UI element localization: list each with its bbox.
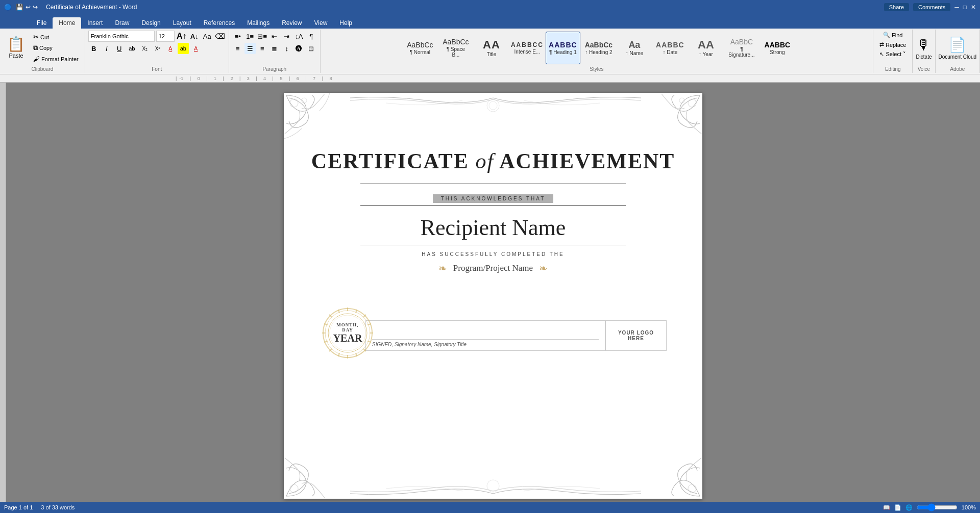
bold-button[interactable]: B <box>88 43 100 54</box>
format-painter-icon: 🖌 <box>33 55 40 63</box>
undo-icon[interactable]: ↩ <box>26 4 31 11</box>
find-button[interactable]: 🔍 Find <box>880 31 905 39</box>
change-case-button[interactable]: Aa <box>202 31 213 42</box>
highlight-button[interactable]: ab <box>178 43 189 54</box>
acrobat-button[interactable]: 📄 <box>948 36 966 53</box>
style-heading2-label: ↑ Heading 2 <box>585 49 612 55</box>
cert-hr-top <box>360 184 626 184</box>
style-signature[interactable]: AaBbC ¶ Signature... <box>724 32 759 64</box>
cert-program-row: ❧ Program/Project Name ❧ <box>438 262 548 274</box>
italic-button[interactable]: I <box>101 43 112 54</box>
style-signature-preview: AaBbC <box>730 38 753 45</box>
clear-format-button[interactable]: ⌫ <box>214 31 226 42</box>
style-year-label: ↑ Year <box>699 52 713 57</box>
paste-icon: 📋 <box>7 37 25 52</box>
tab-layout[interactable]: Layout <box>167 17 198 29</box>
cert-acknowledges-container: THIS ACKNOWLEDGES THAT <box>360 181 626 208</box>
font-name-input[interactable] <box>88 31 155 42</box>
replace-button[interactable]: ⇄ Replace <box>876 40 909 49</box>
view-read-icon[interactable]: 📖 <box>883 504 890 509</box>
view-web-icon[interactable]: 🌐 <box>905 504 913 509</box>
svg-point-7 <box>489 101 497 110</box>
copy-button[interactable]: ⧉ Copy <box>30 43 82 53</box>
vertical-ruler <box>0 83 6 509</box>
cert-program: Program/Project Name <box>453 263 533 273</box>
copy-icon: ⧉ <box>33 44 38 52</box>
zoom-slider[interactable] <box>917 503 958 509</box>
style-space-before[interactable]: AaBbCc ¶ Space B... <box>438 32 473 64</box>
select-button[interactable]: ↖ Select ˅ <box>876 50 909 59</box>
style-heading1[interactable]: AABBC ¶ Heading 1 <box>546 32 580 64</box>
save-icon[interactable]: 💾 <box>16 4 23 11</box>
align-left-button[interactable]: ≡ <box>232 43 243 54</box>
tab-view[interactable]: View <box>308 17 334 29</box>
superscript-button[interactable]: X² <box>152 43 163 54</box>
multilevel-button[interactable]: ⊞≡ <box>257 31 268 42</box>
tab-insert[interactable]: Insert <box>81 17 109 29</box>
style-year[interactable]: AA ↑ Year <box>689 32 723 64</box>
bullets-button[interactable]: ≡• <box>232 31 243 42</box>
tab-mailings[interactable]: Mailings <box>241 17 276 29</box>
share-button[interactable]: Share <box>884 3 909 11</box>
document-title: Certificate of Achievement - Word <box>46 4 137 11</box>
tab-file[interactable]: File <box>31 17 53 29</box>
dictate-button[interactable]: 🎙 <box>917 36 931 53</box>
align-right-button[interactable]: ≡ <box>257 43 268 54</box>
comments-button[interactable]: Comments <box>913 3 950 11</box>
main-area: CERTIFICATE of ACHIEVEMENT THIS ACKNOWLE… <box>0 83 980 509</box>
minimize-icon[interactable]: ─ <box>954 4 959 11</box>
shading-button[interactable]: 🅐 <box>293 43 305 54</box>
style-normal[interactable]: AaBbCc ¶ Normal <box>403 32 437 64</box>
line-spacing-button[interactable]: ↕ <box>281 43 292 54</box>
cut-button[interactable]: ✂ Cut <box>30 32 82 42</box>
view-layout-icon[interactable]: 📄 <box>894 504 901 509</box>
style-heading2[interactable]: AaBbCc ↑ Heading 2 <box>581 32 616 64</box>
redo-icon[interactable]: ↪ <box>33 4 38 11</box>
font-size-input[interactable] <box>156 31 175 42</box>
top-border-decoration <box>284 93 702 123</box>
font-content: A↑ A↓ Aa ⌫ B I U ab̶ X₂ X² A̲ ab A <box>88 31 226 65</box>
close-icon[interactable]: ✕ <box>971 4 976 11</box>
document: CERTIFICATE of ACHIEVEMENT THIS ACKNOWLE… <box>284 93 702 499</box>
clipboard-right: ✂ Cut ⧉ Copy 🖌 Format Painter <box>30 31 82 65</box>
tab-home[interactable]: Home <box>53 17 81 29</box>
align-center-button[interactable]: ☰ <box>244 43 256 54</box>
style-signature-label: ¶ Signature... <box>728 46 755 58</box>
subscript-button[interactable]: X₂ <box>139 43 151 54</box>
decrease-indent-button[interactable]: ⇤ <box>269 31 280 42</box>
justify-button[interactable]: ≣ <box>269 43 280 54</box>
ribbon: 📋 Paste ✂ Cut ⧉ Copy 🖌 Format Painter Cl… <box>0 29 980 74</box>
tab-design[interactable]: Design <box>135 17 166 29</box>
restore-icon[interactable]: □ <box>963 4 967 11</box>
font-color-button[interactable]: A <box>190 43 202 54</box>
font-grow-button[interactable]: A↑ <box>176 31 187 42</box>
tab-help[interactable]: Help <box>333 17 358 29</box>
sort-button[interactable]: ↕A <box>293 31 305 42</box>
style-intense-preview: AABBCC <box>511 42 544 48</box>
style-date-preview: AABBC <box>656 41 684 48</box>
ribbon-group-font: A↑ A↓ Aa ⌫ B I U ab̶ X₂ X² A̲ ab A Font <box>85 30 229 73</box>
style-date[interactable]: AABBC ↑ Date <box>653 32 688 64</box>
tab-draw[interactable]: Draw <box>109 17 135 29</box>
style-intense[interactable]: AABBCC Intense E... <box>510 32 545 64</box>
show-formatting-button[interactable]: ¶ <box>306 31 317 42</box>
style-title[interactable]: AA Title <box>474 32 509 64</box>
style-strong-label: Strong <box>770 49 785 55</box>
paragraph-row1: ≡• 1≡ ⊞≡ ⇤ ⇥ ↕A ¶ <box>232 31 317 42</box>
font-shrink-button[interactable]: A↓ <box>189 31 200 42</box>
text-color-button[interactable]: A̲ <box>165 43 176 54</box>
numbering-button[interactable]: 1≡ <box>244 31 256 42</box>
increase-indent-button[interactable]: ⇥ <box>281 31 292 42</box>
strikethrough-button[interactable]: ab̶ <box>127 43 138 54</box>
tab-review[interactable]: Review <box>276 17 308 29</box>
font-row1: A↑ A↓ Aa ⌫ <box>88 31 226 42</box>
style-name[interactable]: Aa ↑ Name <box>617 32 652 64</box>
format-painter-button[interactable]: 🖌 Format Painter <box>30 54 82 64</box>
underline-button[interactable]: U <box>114 43 125 54</box>
status-bar: Page 1 of 1 3 of 33 words 📖 📄 🌐 100% <box>0 502 980 509</box>
tab-references[interactable]: References <box>198 17 241 29</box>
ribbon-group-paragraph: ≡• 1≡ ⊞≡ ⇤ ⇥ ↕A ¶ ≡ ☰ ≡ ≣ ↕ 🅐 ⊡ Paragrap… <box>229 30 321 73</box>
paste-button[interactable]: 📋 Paste <box>3 31 29 65</box>
borders-button[interactable]: ⊡ <box>306 43 317 54</box>
style-strong[interactable]: AABBC Strong <box>760 32 791 64</box>
